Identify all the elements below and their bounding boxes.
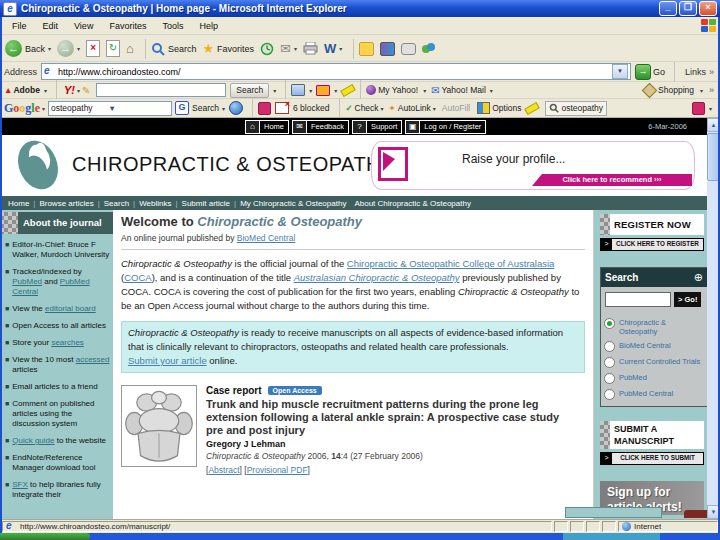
yahoo-search-button[interactable]: Search (230, 83, 269, 98)
search-option[interactable]: BioMed Central (604, 341, 704, 352)
my-yahoo-dropdown-icon[interactable]: ▾ (423, 87, 426, 94)
media-button[interactable] (380, 42, 395, 56)
link[interactable]: BioMed Central (237, 233, 296, 243)
check-label[interactable]: Check (355, 103, 379, 113)
sidebar-item[interactable]: ■Editor-in-Chief: Bruce F Walker, Murdoc… (4, 240, 111, 260)
messenger-chat-button[interactable] (401, 43, 416, 55)
sidebar-item[interactable]: ■Quick guide to the website (4, 436, 111, 446)
search-option[interactable]: Current Controlled Trials (604, 357, 704, 368)
rail-search-input[interactable] (605, 292, 671, 307)
google-search-input[interactable]: osteopathy ▾ (48, 101, 172, 116)
address-input[interactable]: e http://www.chiroandosteo.com/ ▼ (41, 63, 631, 80)
article-thumbnail[interactable] (121, 385, 197, 467)
google-input-dropdown-icon[interactable]: ▾ (110, 103, 169, 113)
site-support-button[interactable]: ? Support (352, 120, 402, 134)
yahoo-mail-icon[interactable] (316, 85, 330, 96)
forward-dropdown-icon[interactable]: ▾ (77, 45, 80, 52)
back-dropdown-icon[interactable]: ▾ (48, 45, 51, 52)
menu-view[interactable]: View (66, 21, 101, 31)
link[interactable]: Australasian Chiropractic & Osteopathy (294, 272, 460, 283)
blocked-count[interactable]: 6 blocked (293, 103, 329, 113)
autolink-label[interactable]: AutoLink (398, 103, 431, 113)
minimize-button[interactable]: _ (659, 1, 677, 16)
highlighter-icon[interactable] (340, 83, 356, 96)
yahoo-logo[interactable]: Y! (64, 84, 75, 96)
link[interactable]: Quick guide (12, 436, 54, 445)
promo-banner[interactable]: Raise your profile... Click here to reco… (371, 141, 695, 190)
mail-dropdown-icon[interactable]: ▾ (294, 45, 297, 52)
popup-blocker-icon[interactable] (275, 102, 289, 114)
nav-weblinks[interactable]: Weblinks (135, 199, 175, 208)
site-logon-button[interactable]: ▣ Log on / Register (405, 120, 486, 134)
taskbar[interactable] (0, 533, 720, 540)
search-button[interactable]: Search (151, 42, 197, 56)
google-dropdown-icon[interactable]: ▾ (42, 105, 45, 112)
links-chevron-icon[interactable]: » (709, 67, 714, 77)
sidebar-item[interactable]: ■Open Access to all articles (4, 321, 111, 331)
sidebar-item[interactable]: ■View the editorial board (4, 304, 111, 314)
link[interactable]: Submit your article (128, 355, 207, 366)
history-button[interactable] (260, 42, 274, 56)
edit-dropdown-icon[interactable]: ▾ (339, 45, 342, 52)
register-cta-button[interactable]: > CLICK HERE TO REGISTER (600, 238, 704, 251)
sidebar-item[interactable]: ■SFX to help libraries fully integrate t… (4, 480, 111, 500)
yahoo-search-input[interactable] (96, 83, 226, 97)
sidebar-item[interactable]: ■Tracked/indexed by PubMed and PubMed Ce… (4, 267, 111, 297)
find-word-button[interactable]: osteopathy (545, 101, 607, 116)
address-dropdown-icon[interactable]: ▼ (612, 64, 628, 79)
edit-button[interactable]: W ▾ (324, 42, 342, 55)
sidebar-item[interactable]: ■View the 10 most accessed articles (4, 355, 111, 375)
extension-icon[interactable] (692, 102, 705, 115)
nav-submit-article[interactable]: Submit article (178, 199, 234, 208)
menu-file[interactable]: File (4, 21, 35, 31)
mail-button[interactable]: ✉ ▾ (280, 42, 297, 55)
web-globe-icon[interactable] (229, 101, 243, 115)
go-button[interactable]: → Go (635, 64, 665, 80)
link[interactable]: Abstract (208, 465, 239, 475)
extension-dropdown-icon[interactable]: ▾ (709, 105, 712, 112)
submit-cta-button[interactable]: > CLICK HERE TO SUBMIT (600, 452, 704, 465)
link[interactable]: PubMed (12, 277, 42, 286)
sidebar-item[interactable]: ■Comment on published articles using the… (4, 399, 111, 429)
messenger-button[interactable] (422, 43, 435, 55)
site-home-button[interactable]: ⌂ Home (245, 120, 289, 134)
google-search-dropdown-icon[interactable]: ▾ (222, 105, 225, 112)
site-feedback-button[interactable]: ✉ Feedback (292, 120, 349, 134)
close-button[interactable]: × (699, 1, 717, 16)
refresh-button[interactable]: ↻ (106, 40, 120, 57)
my-yahoo-label[interactable]: My Yahoo! (378, 85, 418, 95)
windows-panel-icon[interactable] (291, 84, 305, 96)
adobe-label[interactable]: Adobe (13, 85, 39, 95)
search-option[interactable]: Chiropractic & Osteopathy (604, 318, 704, 336)
home-button[interactable]: ⌂ (126, 42, 134, 55)
shopping-dropdown-icon[interactable]: ▾ (700, 87, 703, 94)
nav-home[interactable]: Home (4, 199, 33, 208)
article-title[interactable]: Trunk and hip muscle recruitment pattern… (206, 398, 578, 437)
discuss-button[interactable] (359, 42, 374, 56)
autolink-dropdown-icon[interactable]: ▾ (433, 105, 436, 112)
menu-tools[interactable]: Tools (154, 21, 191, 31)
back-button[interactable]: ← Back ▾ (5, 40, 51, 57)
pagerank-icon[interactable] (258, 102, 271, 115)
radio-icon[interactable] (604, 318, 615, 329)
sidebar-item[interactable]: ■Email articles to a friend (4, 382, 111, 392)
search-option[interactable]: PubMed (604, 373, 704, 384)
link[interactable]: SFX (12, 480, 28, 489)
link[interactable]: editorial board (45, 304, 96, 313)
yahoo-dropdown-icon[interactable]: ▾ (77, 87, 80, 94)
check-dropdown-icon[interactable]: ▾ (381, 105, 384, 112)
menu-help[interactable]: Help (191, 21, 226, 31)
favorites-button[interactable]: ★ Favorites (202, 42, 254, 55)
forward-button[interactable]: → ▾ (57, 40, 80, 57)
link[interactable]: Chiropractic & Osteopathic College of Au… (347, 258, 555, 269)
banner-cta-button[interactable]: Click here to recommend ››› (532, 174, 692, 186)
highlight-icon[interactable] (525, 101, 541, 114)
stop-button[interactable]: × (86, 40, 100, 57)
link[interactable]: searches (51, 338, 83, 347)
menu-edit[interactable]: Edit (35, 21, 67, 31)
rail-search-go-button[interactable]: > Go! (674, 292, 701, 307)
maximize-button[interactable]: ❐ (679, 1, 697, 16)
nav-search[interactable]: Search (100, 199, 133, 208)
pencil-icon[interactable]: ✎ (82, 85, 90, 96)
radio-icon[interactable] (604, 357, 615, 368)
